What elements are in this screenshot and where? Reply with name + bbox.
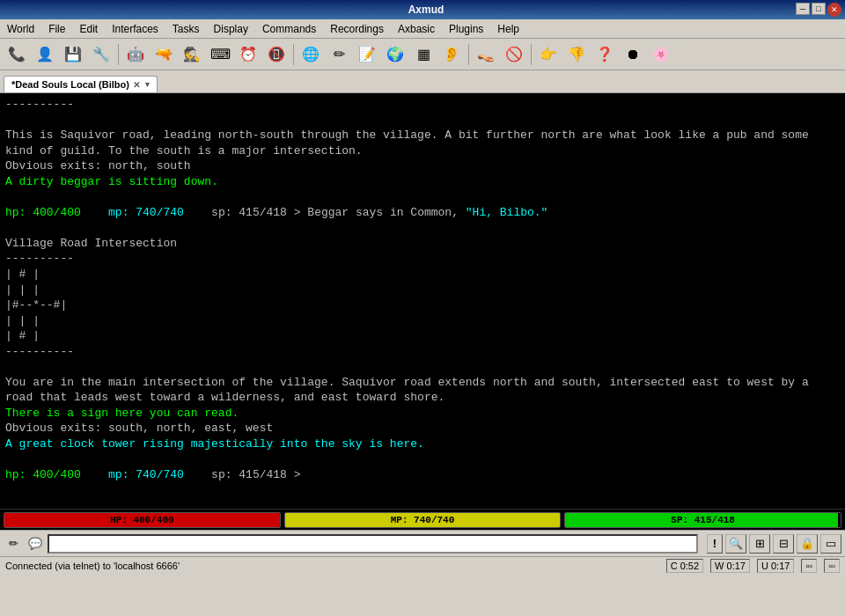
gun-icon[interactable]: 🔫 xyxy=(151,42,177,67)
terminal-line: Obvious exits: south, north, east, west xyxy=(5,421,840,436)
help-icon[interactable]: ❓ xyxy=(592,42,618,67)
phone-icon[interactable]: 📞 xyxy=(4,42,30,67)
terminal-line xyxy=(5,189,840,205)
toolbar: 📞👤💾🔧🤖🔫🕵⌨⏰📵🌐✏📝🌍▦👂👡🚫👉👎❓⏺🌸 xyxy=(0,39,845,70)
menu-item-commands[interactable]: Commands xyxy=(255,21,323,37)
thumbdown-icon[interactable]: 👎 xyxy=(563,42,590,67)
tab-expand-icon: ▾ xyxy=(145,80,150,89)
user-icon[interactable]: 👤 xyxy=(32,42,58,67)
minimize-button[interactable]: ─ xyxy=(796,3,810,15)
connection-status: Connected (via telnet) to 'localhost 666… xyxy=(5,561,180,571)
terminal-line xyxy=(5,220,840,236)
toolbar-separator xyxy=(468,44,469,65)
terminal-line: Village Road Intersection xyxy=(5,236,840,252)
status-right: C 0:52 W 0:17 U 0:17 ▫▫ ▫▫ xyxy=(666,559,840,573)
menu-item-file[interactable]: File xyxy=(41,21,72,37)
terminal-output: ---------- This is Saquivor road, leadin… xyxy=(0,93,845,509)
stop-icon[interactable]: 🚫 xyxy=(501,42,527,67)
terminal-line: | # | xyxy=(5,267,840,282)
mp-bar-label: MP: 740/740 xyxy=(285,515,561,525)
exclaim-button[interactable]: ! xyxy=(707,534,723,554)
menu-item-help[interactable]: Help xyxy=(490,21,526,37)
terminal-line: |#--*--#| xyxy=(5,297,840,313)
extra-seg1: ▫▫ xyxy=(801,559,817,573)
tab-close-icon[interactable]: ✕ xyxy=(133,80,140,90)
phone2-icon[interactable]: 📵 xyxy=(263,42,290,67)
terminal-line: Obvious exits: north, south xyxy=(5,158,840,174)
settings-icon[interactable]: 🔧 xyxy=(88,42,114,67)
terminal-line: | | | xyxy=(5,282,840,298)
terminal-line: You are in the main intersection of the … xyxy=(5,375,840,391)
ear-icon[interactable]: 👂 xyxy=(438,42,465,67)
record-icon[interactable]: ⏺ xyxy=(620,42,646,67)
menu-item-plugins[interactable]: Plugins xyxy=(442,21,490,37)
terminal-line: A dirty beggar is sitting down. xyxy=(5,174,840,190)
world-icon[interactable]: 🌐 xyxy=(298,42,324,67)
terminal-line: | | | xyxy=(5,313,840,329)
edit-icon[interactable]: ✏ xyxy=(326,42,352,67)
detective-icon[interactable]: 🕵 xyxy=(179,42,205,67)
close-button[interactable]: ✕ xyxy=(827,3,841,17)
menu-item-display[interactable]: Display xyxy=(207,21,255,37)
menu-item-recordings[interactable]: Recordings xyxy=(323,21,391,37)
input-row: ✏ 💬 ! 🔍 ⊞ ⊟ 🔒 ▭ xyxy=(0,530,845,556)
prompt-line-2: hp: 400/400 mp: 740/740 sp: 415/418 > xyxy=(5,467,840,483)
terminal-line: ---------- xyxy=(5,97,840,113)
prompt-line-1: hp: 400/400 mp: 740/740 sp: 415/418 > Be… xyxy=(5,205,840,221)
terminal-line: | # | xyxy=(5,328,840,344)
window-title: Axmud xyxy=(56,4,796,16)
keyboard-icon[interactable]: ⌨ xyxy=(207,42,233,67)
lock-icon-button[interactable]: 🔒 xyxy=(797,534,818,554)
menubar: WorldFileEditInterfacesTasksDisplayComma… xyxy=(0,19,845,39)
tabbar: *Dead Souls Local (Bilbo) ✕ ▾ xyxy=(0,70,845,93)
point-icon[interactable]: 👉 xyxy=(535,42,562,67)
hp-bar-label: HP: 400/400 xyxy=(4,515,280,525)
status-bars: HP: 400/400 MP: 740/740 SP: 415/418 xyxy=(0,509,845,530)
sp-bar-label: SP: 415/418 xyxy=(565,515,841,525)
sp-bar: SP: 415/418 xyxy=(564,512,841,528)
terminal-line: ---------- xyxy=(5,344,840,360)
titlebar: Axmud ─ □ ✕ xyxy=(0,0,845,19)
flower-icon[interactable]: 🌸 xyxy=(648,42,674,67)
clock-seg: C 0:52 xyxy=(666,559,703,573)
menu-item-edit[interactable]: Edit xyxy=(72,21,105,37)
command-input[interactable] xyxy=(48,534,698,554)
robot-icon[interactable]: 🤖 xyxy=(122,42,149,67)
maximize-button[interactable]: □ xyxy=(812,3,826,15)
menu-item-world[interactable]: World xyxy=(0,21,41,37)
terminal-line xyxy=(5,452,840,468)
menu-item-axbasic[interactable]: Axbasic xyxy=(391,21,442,37)
save-icon[interactable]: 💾 xyxy=(60,42,86,67)
terminal-line: A great clock tower rising majestically … xyxy=(5,436,840,452)
mp-bar: MP: 740/740 xyxy=(284,512,562,528)
globe-icon[interactable]: 🌍 xyxy=(382,42,408,67)
hp-bar: HP: 400/400 xyxy=(4,512,281,528)
window-icon-button[interactable]: ▭ xyxy=(820,534,841,554)
toolbar-separator xyxy=(531,44,532,65)
clock-icon[interactable]: ⏰ xyxy=(235,42,261,67)
terminal-line: ---------- xyxy=(5,251,840,267)
chat-icon-button[interactable]: 💬 xyxy=(26,534,45,554)
grid-icon[interactable]: ▦ xyxy=(410,42,437,67)
remove-icon-button[interactable]: ⊟ xyxy=(773,534,794,554)
heel-icon[interactable]: 👡 xyxy=(473,42,499,67)
menu-item-tasks[interactable]: Tasks xyxy=(165,21,207,37)
toolbar-separator xyxy=(118,44,119,65)
tab-label: *Dead Souls Local (Bilbo) xyxy=(11,79,129,90)
extra-seg2: ▫▫ xyxy=(824,559,840,573)
terminal-line: kind of guild. To the south is a major i… xyxy=(5,143,840,159)
terminal-line: There is a sign here you can read. xyxy=(5,406,840,422)
statusbar: Connected (via telnet) to 'localhost 666… xyxy=(0,556,845,574)
toolbar-separator xyxy=(293,44,294,65)
menu-item-interfaces[interactable]: Interfaces xyxy=(105,21,165,37)
edit2-icon[interactable]: 📝 xyxy=(354,42,380,67)
pencil-icon-button[interactable]: ✏ xyxy=(4,534,23,554)
terminal-line xyxy=(5,113,840,128)
world-time-seg: W 0:17 xyxy=(710,559,750,573)
terminal-line: road that leads west toward a wilderness… xyxy=(5,390,840,406)
terminal-line: This is Saquivor road, leading north-sou… xyxy=(5,128,840,143)
zoom-icon-button[interactable]: 🔍 xyxy=(725,534,746,554)
tab-dead-souls[interactable]: *Dead Souls Local (Bilbo) ✕ ▾ xyxy=(4,76,158,92)
add-icon-button[interactable]: ⊞ xyxy=(749,534,770,554)
uptime-seg: U 0:17 xyxy=(757,559,794,573)
